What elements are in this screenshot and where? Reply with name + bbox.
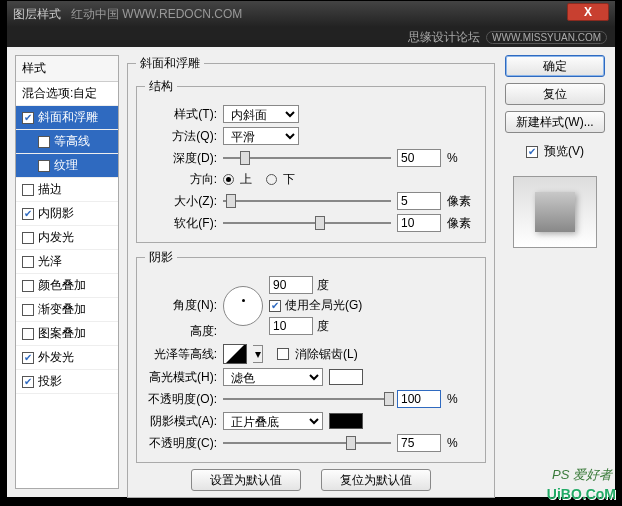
style-item-2[interactable]: 纹理 <box>16 154 118 178</box>
soften-label: 软化(F): <box>145 215 217 232</box>
shadow-mode-label: 阴影模式(A): <box>145 413 217 430</box>
blend-options-item[interactable]: 混合选项:自定 <box>16 82 118 106</box>
make-default-button[interactable]: 设置为默认值 <box>191 469 301 491</box>
style-checkbox[interactable] <box>22 328 34 340</box>
style-item-label: 渐变叠加 <box>38 301 86 318</box>
altitude-label: 高度: <box>145 323 217 340</box>
header-secondary: 思缘设计论坛 WWW.MISSYUAN.COM <box>7 27 615 47</box>
ok-button[interactable]: 确定 <box>505 55 605 77</box>
style-checkbox[interactable] <box>38 160 50 172</box>
depth-label: 深度(D): <box>145 150 217 167</box>
altitude-input[interactable] <box>269 317 313 335</box>
style-checkbox[interactable] <box>38 136 50 148</box>
shadow-opacity-label: 不透明度(C): <box>145 435 217 452</box>
style-item-label: 颜色叠加 <box>38 277 86 294</box>
style-item-10[interactable]: ✔外发光 <box>16 346 118 370</box>
style-checkbox[interactable] <box>22 232 34 244</box>
depth-slider[interactable] <box>223 150 391 166</box>
forum-url: WWW.MISSYUAN.COM <box>486 31 607 44</box>
direction-up-radio[interactable] <box>223 174 234 185</box>
titlebar[interactable]: 图层样式 红动中国 WWW.REDOCN.COM X <box>7 1 615 27</box>
gloss-dropdown-icon[interactable]: ▾ <box>253 345 263 363</box>
gloss-label: 光泽等高线: <box>145 346 217 363</box>
style-item-8[interactable]: 渐变叠加 <box>16 298 118 322</box>
style-checkbox[interactable]: ✔ <box>22 352 34 364</box>
bevel-legend: 斜面和浮雕 <box>136 55 204 72</box>
structure-fieldset: 结构 样式(T): 内斜面 方法(Q): 平滑 深度(D): % <box>136 78 486 243</box>
highlight-opacity-slider[interactable] <box>223 391 391 407</box>
styles-list: 样式 混合选项:自定 ✔斜面和浮雕等高线纹理描边✔内阴影内发光光泽颜色叠加渐变叠… <box>15 55 119 489</box>
new-style-button[interactable]: 新建样式(W)... <box>505 111 605 133</box>
preview-checkbox[interactable]: ✔ <box>526 146 538 158</box>
style-item-11[interactable]: ✔投影 <box>16 370 118 394</box>
highlight-opacity-input[interactable] <box>397 390 441 408</box>
shadow-mode-select[interactable]: 正片叠底 <box>223 412 323 430</box>
technique-select[interactable]: 平滑 <box>223 127 299 145</box>
style-item-3[interactable]: 描边 <box>16 178 118 202</box>
action-column: 确定 复位 新建样式(W)... ✔预览(V) <box>503 55 607 489</box>
style-checkbox[interactable] <box>22 304 34 316</box>
depth-input[interactable] <box>397 149 441 167</box>
structure-legend: 结构 <box>145 78 177 95</box>
direction-down-radio[interactable] <box>266 174 277 185</box>
size-slider[interactable] <box>223 193 391 209</box>
style-checkbox[interactable]: ✔ <box>22 376 34 388</box>
soften-input[interactable] <box>397 214 441 232</box>
style-item-9[interactable]: 图案叠加 <box>16 322 118 346</box>
shadow-opacity-slider[interactable] <box>223 435 391 451</box>
technique-label: 方法(Q): <box>145 128 217 145</box>
layer-style-dialog: 图层样式 红动中国 WWW.REDOCN.COM X 思缘设计论坛 WWW.MI… <box>6 0 616 498</box>
style-item-5[interactable]: 内发光 <box>16 226 118 250</box>
shadow-color-swatch[interactable] <box>329 413 363 429</box>
style-item-label: 等高线 <box>54 133 90 150</box>
style-select[interactable]: 内斜面 <box>223 105 299 123</box>
style-item-1[interactable]: 等高线 <box>16 130 118 154</box>
size-label: 大小(Z): <box>145 193 217 210</box>
close-button[interactable]: X <box>567 3 609 21</box>
highlight-mode-label: 高光模式(H): <box>145 369 217 386</box>
highlight-mode-select[interactable]: 滤色 <box>223 368 323 386</box>
style-item-label: 斜面和浮雕 <box>38 109 98 126</box>
style-checkbox[interactable]: ✔ <box>22 208 34 220</box>
preview-thumbnail <box>513 176 597 248</box>
gloss-contour-picker[interactable] <box>223 344 247 364</box>
shadow-opacity-input[interactable] <box>397 434 441 452</box>
style-item-4[interactable]: ✔内阴影 <box>16 202 118 226</box>
direction-label: 方向: <box>145 171 217 188</box>
options-panel: 斜面和浮雕 结构 样式(T): 内斜面 方法(Q): 平滑 深度(D): <box>127 55 495 489</box>
shading-fieldset: 阴影 角度(N): 度 ✔ 使用全局光(G) <box>136 249 486 463</box>
style-item-label: 描边 <box>38 181 62 198</box>
forum-text: 思缘设计论坛 <box>408 29 480 46</box>
bevel-fieldset: 斜面和浮雕 结构 样式(T): 内斜面 方法(Q): 平滑 深度(D): <box>127 55 495 498</box>
reset-default-button[interactable]: 复位为默认值 <box>321 469 431 491</box>
angle-label: 角度(N): <box>145 297 217 314</box>
watermark-url: UiBO.CoM <box>547 486 616 502</box>
style-checkbox[interactable] <box>22 256 34 268</box>
watermark-text: PS 爱好者 <box>552 466 612 484</box>
shading-legend: 阴影 <box>145 249 177 266</box>
antialias-checkbox[interactable] <box>277 348 289 360</box>
style-item-0[interactable]: ✔斜面和浮雕 <box>16 106 118 130</box>
global-light-checkbox[interactable]: ✔ <box>269 300 281 312</box>
style-item-6[interactable]: 光泽 <box>16 250 118 274</box>
style-checkbox[interactable] <box>22 280 34 292</box>
angle-input[interactable] <box>269 276 313 294</box>
style-item-label: 纹理 <box>54 157 78 174</box>
style-checkbox[interactable]: ✔ <box>22 112 34 124</box>
style-label: 样式(T): <box>145 106 217 123</box>
angle-wheel[interactable] <box>223 286 263 326</box>
style-item-label: 图案叠加 <box>38 325 86 342</box>
style-item-label: 光泽 <box>38 253 62 270</box>
highlight-color-swatch[interactable] <box>329 369 363 385</box>
style-item-label: 内发光 <box>38 229 74 246</box>
highlight-opacity-label: 不透明度(O): <box>145 391 217 408</box>
style-item-label: 投影 <box>38 373 62 390</box>
style-checkbox[interactable] <box>22 184 34 196</box>
soften-slider[interactable] <box>223 215 391 231</box>
site-text: 红动中国 WWW.REDOCN.COM <box>71 6 242 23</box>
dialog-title: 图层样式 <box>13 6 61 23</box>
cancel-button[interactable]: 复位 <box>505 83 605 105</box>
size-input[interactable] <box>397 192 441 210</box>
style-item-7[interactable]: 颜色叠加 <box>16 274 118 298</box>
styles-header: 样式 <box>16 56 118 82</box>
